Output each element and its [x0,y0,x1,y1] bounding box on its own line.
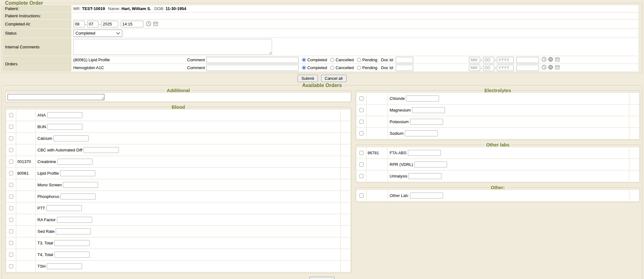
lab-checkbox[interactable] [359,108,364,112]
lab-code [16,261,35,272]
lab-code [367,128,387,139]
lab-row: Magnesium [357,105,639,116]
lab-checkbox[interactable] [9,125,13,129]
lab-checkbox[interactable] [359,162,364,167]
lab-checkbox[interactable] [359,120,364,124]
lab-code [367,159,387,170]
lab-checkbox[interactable] [9,148,13,152]
completed-time-input[interactable] [121,21,143,27]
lab-checkbox[interactable] [9,171,13,175]
radio-pending[interactable] [357,58,361,62]
lab-value-input[interactable] [60,170,95,176]
internal-comments-textarea[interactable] [73,39,272,55]
order-date-year-input[interactable] [497,65,514,71]
lab-checkbox[interactable] [359,131,364,135]
order-time-input[interactable] [516,57,539,63]
status-select[interactable]: Completed [73,30,122,37]
lab-checkbox[interactable] [9,253,13,257]
page-title: Complete Order [3,1,45,5]
completed-month-input[interactable] [73,21,85,27]
lab-checkbox[interactable] [9,206,13,210]
lab-value-input[interactable] [54,240,90,246]
lab-value-input[interactable] [408,150,441,156]
radio-cancelled[interactable] [330,58,334,62]
order-status-radio-group: Completed Cancelled Pending [302,57,380,62]
submit-button[interactable]: Submit [297,75,318,82]
calendar-icon[interactable] [555,65,560,71]
calendar-icon[interactable] [153,21,158,27]
lab-value-input[interactable] [57,159,92,165]
lab-value-input[interactable] [53,135,89,141]
lab-label: FTA-ABS [390,150,407,155]
lab-value-input[interactable] [47,124,82,130]
radio-completed[interactable] [302,66,306,70]
order-date-day-input[interactable] [483,57,494,63]
lab-value-input[interactable] [412,107,445,113]
clock-icon[interactable] [541,57,547,63]
lab-value-input[interactable] [54,252,90,258]
cancel-all-button[interactable]: Cancel all [321,75,347,82]
lab-row: Urinalysis [357,171,639,182]
lab-label: Creatinine [37,159,56,164]
lab-value-input[interactable] [56,228,91,234]
status-label: Status [3,29,71,37]
lab-value-input[interactable] [60,194,96,200]
lab-value-input[interactable] [406,96,439,101]
lab-code [16,145,35,156]
clear-icon[interactable] [548,65,553,71]
lab-row: Phosphorus [6,191,350,202]
lab-checkbox[interactable] [9,113,13,117]
clock-icon[interactable] [146,21,151,27]
electrolytes-section: Electrolytes Chloride [355,88,640,140]
doc-id-input[interactable] [396,57,413,63]
lab-checkbox[interactable] [359,151,364,155]
complete-button[interactable]: Complete [309,277,335,279]
doc-id-input[interactable] [396,65,413,71]
lab-row: ANA [6,110,350,121]
lab-value-input[interactable] [405,130,438,136]
order-date-month-input[interactable] [469,65,480,71]
lab-checkbox[interactable] [9,160,13,164]
lab-value-input[interactable] [414,161,447,167]
lab-value-input[interactable] [63,182,98,188]
lab-value-input[interactable] [47,205,82,211]
additional-filter-input[interactable] [8,94,104,100]
lab-checkbox[interactable] [359,96,364,101]
calendar-icon[interactable] [555,57,560,63]
patient-instructions-value [71,13,638,19]
lab-checkbox[interactable] [9,229,13,233]
clock-icon[interactable] [541,65,547,71]
radio-cancelled[interactable] [330,66,334,70]
lab-row-tail-cell [341,110,350,121]
lab-checkbox[interactable] [9,194,13,199]
clear-icon[interactable] [548,57,553,63]
order-comment-input[interactable] [206,57,299,63]
completed-year-input[interactable] [101,21,118,27]
order-date-year-input[interactable] [497,57,514,63]
lab-value-input[interactable] [47,112,82,118]
mr-value: TEST-10019 [82,6,105,11]
lab-checkbox[interactable] [359,194,364,198]
radio-completed[interactable] [302,58,306,62]
radio-cancelled-label: Cancelled [336,57,354,62]
lab-checkbox[interactable] [359,174,364,178]
order-date-day-input[interactable] [483,65,494,71]
lab-value-input[interactable] [410,193,443,199]
completed-day-input[interactable] [87,21,98,27]
order-date-month-input[interactable] [469,57,480,63]
lab-value-input[interactable] [57,217,92,223]
lab-checkbox[interactable] [9,241,13,245]
order-time-input[interactable] [516,65,539,71]
lab-value-input[interactable] [47,263,82,269]
lab-checkbox[interactable] [9,183,13,187]
radio-pending[interactable] [357,66,361,70]
lab-label: T4, Total [37,252,53,257]
lab-checkbox[interactable] [9,136,13,140]
lab-value-input[interactable] [84,147,119,153]
order-comment-input[interactable] [206,65,299,71]
lab-value-input[interactable] [408,173,441,179]
lab-checkbox[interactable] [9,218,13,222]
lab-checkbox[interactable] [9,264,13,268]
lab-value-input[interactable] [410,119,443,125]
internal-comments-label: Internal Comments [3,38,71,56]
